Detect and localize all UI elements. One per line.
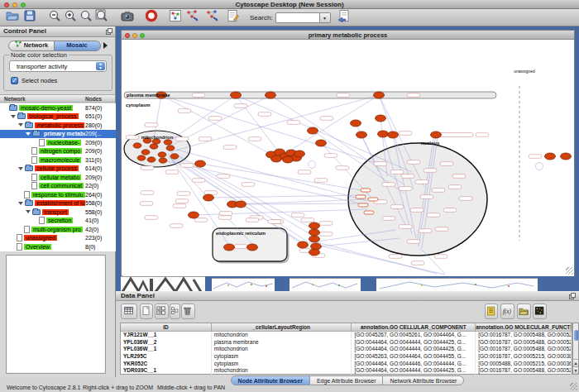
scroll-down-icon[interactable]: ▼ [573, 366, 578, 374]
more-tabs-icon[interactable] [103, 42, 108, 49]
tab-node-attribute-browser[interactable]: Node Attribute Browser [231, 375, 310, 385]
tree-item-count: 209(0) [85, 174, 102, 180]
apply-vizmap-icon[interactable] [205, 9, 219, 23]
tab-network-attribute-browser[interactable]: Network Attribute Browser [382, 375, 464, 385]
column-header-annotation-go-cellular-component[interactable]: annotation.GO CELLULAR_COMPONENT [352, 323, 476, 331]
float-panel-icon[interactable] [569, 293, 576, 302]
background-window-1[interactable] [121, 276, 205, 291]
network-window-icon[interactable] [168, 9, 182, 23]
zoom-out-icon[interactable] [47, 9, 61, 23]
expand-arrow-icon[interactable] [18, 202, 23, 205]
table-row[interactable]: YPL036W__2plasma membrane[GO:0044464, GO… [121, 339, 572, 347]
attribute-list-icon[interactable] [485, 304, 498, 319]
tree-item-transport[interactable]: transport558(0) [0, 208, 116, 217]
scroll-up-icon[interactable]: ▲ [573, 359, 578, 366]
table-cell: YDR039C__1 [121, 367, 212, 375]
tree-item-secretion[interactable]: secretion41(0) [0, 217, 116, 226]
float-panel-icon[interactable] [106, 28, 112, 38]
tree-item-cell-communicat[interactable]: cell communicat22(0) [0, 182, 116, 191]
tree-item-count: 264(0) [85, 192, 102, 198]
zoom-in-icon[interactable] [63, 9, 77, 23]
column-header-id[interactable]: ID [121, 323, 212, 331]
import-attributes-icon[interactable] [517, 304, 531, 319]
tree-item-macromolecule[interactable]: macromolecule311(0) [0, 155, 116, 165]
tree-item-metabolic-process[interactable]: metabolic process280(0) [0, 121, 116, 130]
unselect-attributes-icon[interactable] [170, 304, 180, 319]
scrollbar-thumb[interactable] [574, 330, 578, 341]
expand-arrow-icon[interactable] [26, 210, 31, 213]
tab-network[interactable]: Network [8, 41, 55, 51]
attribute-table-icon[interactable] [121, 304, 137, 319]
apply-layout-icon[interactable] [185, 9, 199, 23]
network-file-icon [17, 243, 22, 251]
import-file-icon[interactable] [337, 9, 352, 23]
birdseye-view[interactable] [6, 255, 106, 374]
tab-mosaic[interactable]: Mosaic [55, 41, 101, 51]
background-window-4[interactable] [376, 278, 538, 291]
expand-arrow-icon[interactable] [26, 132, 31, 136]
column-header-cellularlayoutregion[interactable]: _cellularLayoutRegion [212, 323, 352, 331]
tree-item-count: 280(0) [85, 122, 102, 128]
svg-text:f(x): f(x) [503, 308, 512, 315]
window-resize-grip[interactable] [570, 383, 577, 390]
tree-item-nucleobase[interactable]: nucleobase-209(0) [0, 138, 116, 147]
open-session-icon[interactable] [5, 9, 19, 23]
table-row[interactable]: YLR295Ccytoplasm[GO:0045263, GO:0044464,… [121, 353, 572, 361]
column-header-annotation-go-molecular-function[interactable]: annotation.GO MOLECULAR_FUNCTION [476, 323, 572, 331]
tree-item-nitrogen-compo[interactable]: nitrogen compo209(0) [0, 147, 116, 156]
background-window-2[interactable] [212, 278, 275, 291]
control-panel: Control Panel NetworkMosaic Node color s… [0, 26, 116, 377]
tree-item-biological-process[interactable]: biological_process651(0) [0, 112, 116, 122]
frame-titlebar[interactable]: primary metabolic process [122, 31, 574, 40]
select-attributes-icon[interactable] [155, 304, 169, 319]
table-cell: [GO:0016787, GO:0005488, GO:0005215, G..… [476, 346, 572, 353]
table-cell: [GO:0044464, GO:0044444, GO:0044425, G..… [352, 339, 476, 347]
expand-arrow-icon[interactable] [18, 123, 23, 127]
table-row[interactable]: YDR039C__1mitochondrion[GO:0044464, GO:0… [121, 367, 572, 375]
function-builder-icon[interactable]: f(x) [500, 304, 514, 319]
background-window-3[interactable] [290, 278, 361, 291]
table-row[interactable]: YKR052Ccytoplasm[GO:0044464, GO:0044446,… [121, 361, 572, 368]
tree-item-mosaic-demo-yeast[interactable]: mosaic-demo-yeast874(0) [0, 103, 116, 112]
zoom-fit-icon[interactable] [94, 9, 108, 23]
tree-item-establishment-of-lo[interactable]: establishment of lo558(0) [0, 199, 116, 208]
table-cell: [GO:0016787, GO:0005215, GO:0003824, G..… [476, 353, 572, 361]
folder-icon [25, 122, 33, 128]
attribute-matrix-icon[interactable] [533, 304, 547, 319]
network-canvas[interactable]: plasma membranecytoplasmmitochondrionnuc… [122, 40, 574, 276]
table-cell: [GO:0016787, GO:0005488, GO:0005215, G..… [476, 339, 572, 347]
network-file-icon [31, 147, 37, 155]
zoom-selected-icon[interactable] [79, 9, 93, 23]
select-nodes-checkbox[interactable]: ✓ [11, 77, 18, 84]
search-dropdown-icon[interactable]: ▾ [320, 12, 331, 23]
annotation-icon[interactable] [226, 9, 240, 23]
tree-item-primary-metabo[interactable]: primary metabo209(... [0, 130, 116, 139]
tree-item-label: macromolecule [39, 157, 81, 163]
table-cell: YKR052C [121, 361, 212, 368]
network-view-frame: primary metabolic process plasma membran… [121, 30, 575, 276]
tree-item-overview[interactable]: Overview8(0) [0, 242, 116, 251]
tree-item-unassigned[interactable]: unassigned223(0) [0, 234, 116, 243]
table-row[interactable]: YJR121W__1mitochondrion[GO:0045267, GO:0… [121, 332, 572, 339]
tree-item-cellular-process[interactable]: cellular process614(0) [0, 165, 116, 174]
tree-column-network: Network [4, 96, 26, 102]
search-input[interactable] [275, 12, 320, 23]
tree-item-cellular-metabo[interactable]: cellular metabo209(0) [0, 173, 116, 182]
expand-arrow-icon[interactable] [18, 167, 23, 170]
cytoscape-window: Cytoscape Desktop (New Session) Search: … [0, 0, 579, 392]
save-session-icon[interactable] [22, 9, 36, 23]
new-attribute-icon[interactable] [140, 304, 153, 319]
delete-attribute-icon[interactable] [181, 304, 195, 319]
tree-item-multi-organism-pro[interactable]: multi-organism pro42(0) [0, 225, 116, 234]
snapshot-icon[interactable] [120, 9, 134, 23]
expand-arrow-icon[interactable] [11, 115, 16, 118]
table-scrollbar[interactable]: ▲ ▼ [572, 323, 579, 375]
table-row[interactable]: YPL036W__1mitochondrion[GO:0044464, GO:0… [121, 346, 572, 353]
tab-edge-attribute-browser[interactable]: Edge Attribute Browser [309, 375, 384, 385]
help-icon[interactable] [144, 9, 158, 23]
tree-item-count: 209(0) [85, 140, 102, 146]
node-color-dropdown[interactable]: transporter activity ▲▼ [9, 60, 107, 72]
frame-resize-grip[interactable] [566, 267, 573, 275]
table-cell: YLR295C [121, 353, 212, 361]
tree-item-response-to-stimulu[interactable]: response to stimulu264(0) [0, 190, 116, 199]
